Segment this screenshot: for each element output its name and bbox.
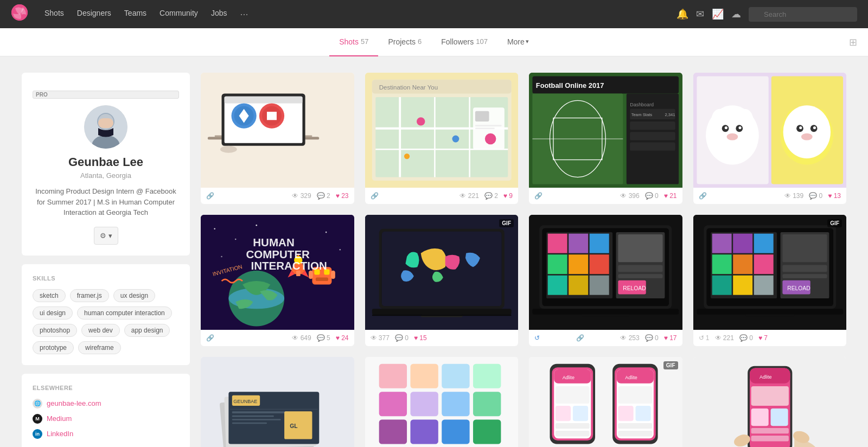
nav-shots[interactable]: Shots — [44, 9, 64, 20]
skill-appdesign[interactable]: app design — [124, 324, 170, 337]
settings-button[interactable]: ⚙ ▾ — [94, 227, 118, 245]
likes-stat-7: ♥ 17 — [664, 334, 677, 342]
nav-designers[interactable]: Designers — [77, 9, 111, 20]
likes-stat-2: ♥ 9 — [503, 192, 513, 200]
shot-card-8[interactable]: GIF — [693, 215, 847, 346]
bell-icon[interactable]: 🔔 — [676, 8, 688, 20]
dribbble-logo[interactable] — [11, 4, 28, 24]
likes-stat-4: ♥ 13 — [828, 192, 841, 200]
profile-bio: Incoming Product Design Intern @ Faceboo… — [33, 186, 179, 218]
shot-card-2[interactable]: Destination Near You — [365, 73, 519, 204]
skill-prototype[interactable]: prototype — [33, 341, 74, 354]
comments-stat-7: 💬 0 — [645, 334, 659, 342]
skill-uidesign[interactable]: ui design — [33, 306, 73, 320]
svg-rect-123 — [618, 265, 662, 272]
nav-teams[interactable]: Teams — [124, 9, 146, 20]
elsewhere-section: ELSEWHERE 🌐 geunbae-lee.com M Medium in … — [22, 374, 190, 448]
link-icon-2[interactable]: 🔗 — [371, 192, 379, 200]
search-input[interactable] — [749, 7, 857, 22]
nav-more-dots[interactable]: ··· — [240, 9, 248, 20]
shot-card-3[interactable]: Football Online 2017 Dashboard Team Stat… — [529, 73, 682, 204]
shot-meta-7: ↺ 🔗 👁 253 💬 0 ♥ 17 — [529, 330, 682, 346]
svg-rect-128 — [581, 315, 630, 317]
medium-link[interactable]: Medium — [47, 414, 72, 423]
upload-icon[interactable]: ☁ — [731, 8, 741, 20]
likes-stat-6: ♥ 15 — [414, 334, 427, 342]
link-icon-1[interactable]: 🔗 — [206, 192, 214, 200]
mail-icon[interactable]: ✉ — [696, 8, 704, 20]
tab-followers[interactable]: Followers 107 — [431, 28, 497, 56]
shot-card-6[interactable]: GIF — [365, 215, 519, 346]
skill-photoshop[interactable]: photoshop — [33, 324, 77, 337]
svg-rect-117 — [590, 254, 609, 274]
shot-card-12[interactable]: Adlite ↺ 1 🔗 👁 249 💬 0 ♥ 13 — [693, 357, 847, 447]
link-icon-3[interactable]: 🔗 — [534, 192, 542, 200]
svg-rect-124 — [618, 274, 662, 278]
nav-community[interactable]: Community — [159, 9, 198, 20]
svg-rect-191 — [556, 431, 590, 436]
skill-wireframe[interactable]: wireframe — [78, 341, 121, 354]
shot-thumbnail-4 — [693, 73, 847, 188]
shot-meta-3: 🔗 👁 396 💬 0 ♥ 21 — [529, 188, 682, 204]
link-icon-4[interactable]: 🔗 — [699, 192, 707, 200]
shot-thumbnail-2: Destination Near You — [365, 73, 519, 188]
svg-rect-209 — [751, 386, 788, 406]
elsewhere-medium[interactable]: M Medium — [33, 414, 179, 424]
skill-webdev[interactable]: web dev — [81, 324, 120, 337]
svg-rect-198 — [618, 406, 633, 421]
nav-jobs[interactable]: Jobs — [211, 9, 227, 20]
views-stat-2: 👁 221 — [459, 192, 478, 200]
chart-icon[interactable]: 📈 — [712, 8, 724, 20]
tab-projects[interactable]: Projects 6 — [378, 28, 431, 56]
svg-point-35 — [452, 136, 459, 143]
svg-text:INTERACTION: INTERACTION — [251, 259, 327, 272]
svg-rect-200 — [618, 423, 652, 429]
gif-badge-6: GIF — [499, 219, 514, 227]
website-link[interactable]: geunbae-lee.com — [47, 399, 101, 407]
shot-card-10[interactable]: ↺ 1 🔗 👁 185 💬 0 ♥ 9 — [365, 357, 519, 447]
shot-card-4[interactable]: 🔗 👁 139 💬 0 ♥ 13 — [693, 73, 847, 204]
svg-point-82 — [256, 225, 257, 226]
linkedin-link[interactable]: LinkedIn — [47, 430, 73, 438]
shot-card-5[interactable]: HUMAN COMPUTER INTERACTION INVITATION 🔗 … — [201, 215, 354, 346]
tab-shots[interactable]: Shots 57 — [329, 28, 378, 56]
svg-rect-197 — [618, 386, 652, 404]
reblog-icon-7[interactable]: ↺ — [534, 334, 540, 342]
svg-point-67 — [724, 126, 727, 129]
link-icon-7[interactable]: 🔗 — [576, 334, 584, 342]
skill-uxdesign[interactable]: ux design — [113, 289, 155, 302]
svg-point-68 — [738, 126, 741, 129]
elsewhere-website[interactable]: 🌐 geunbae-lee.com — [33, 399, 179, 408]
grid-view-icon[interactable]: ⊞ — [849, 36, 857, 48]
shot-card-11[interactable]: GIF Adlite — [529, 357, 682, 447]
svg-rect-211 — [770, 408, 788, 426]
elsewhere-linkedin[interactable]: in LinkedIn — [33, 429, 179, 439]
search-wrapper: 🔍 — [749, 7, 857, 22]
svg-text:Destination Near You: Destination Near You — [379, 84, 438, 91]
comments-stat-6: 💬 0 — [395, 334, 409, 342]
shot-card-1[interactable]: 🔗 👁 329 💬 2 ♥ 23 — [201, 73, 354, 204]
shot-meta-2: 🔗 👁 221 💬 2 ♥ 9 — [365, 188, 519, 204]
svg-rect-159 — [232, 416, 274, 417]
svg-text:Adlite: Adlite — [563, 375, 575, 380]
profile-actions: ⚙ ▾ — [33, 227, 179, 245]
svg-rect-176 — [473, 419, 501, 444]
skill-hci[interactable]: human computer interaction — [77, 306, 172, 320]
elsewhere-title: ELSEWHERE — [33, 385, 179, 391]
views-stat-1: 👁 329 — [292, 192, 311, 200]
shot-card-9[interactable]: GEUNBAE GL 🔗 👁 256 💬 0 ♥ 11 — [201, 357, 354, 447]
svg-text:RELOAD: RELOAD — [623, 285, 646, 291]
svg-rect-160 — [232, 419, 281, 420]
likes-stat-8: ♥ 7 — [758, 334, 768, 342]
svg-text:Team Stats: Team Stats — [631, 112, 653, 117]
svg-rect-18 — [225, 97, 303, 104]
svg-rect-134 — [733, 234, 752, 253]
tab-more[interactable]: More ▾ — [497, 28, 539, 56]
link-icon-5[interactable]: 🔗 — [206, 334, 214, 342]
skill-sketch[interactable]: sketch — [33, 289, 66, 302]
skill-framerjs[interactable]: framer.js — [70, 289, 109, 302]
svg-point-76 — [799, 126, 802, 129]
views-stat-8: 👁 221 — [715, 334, 734, 342]
svg-text:GL: GL — [290, 423, 297, 429]
shot-card-7[interactable]: RELOAD ↺ 🔗 👁 253 💬 0 ♥ 17 — [529, 215, 682, 346]
